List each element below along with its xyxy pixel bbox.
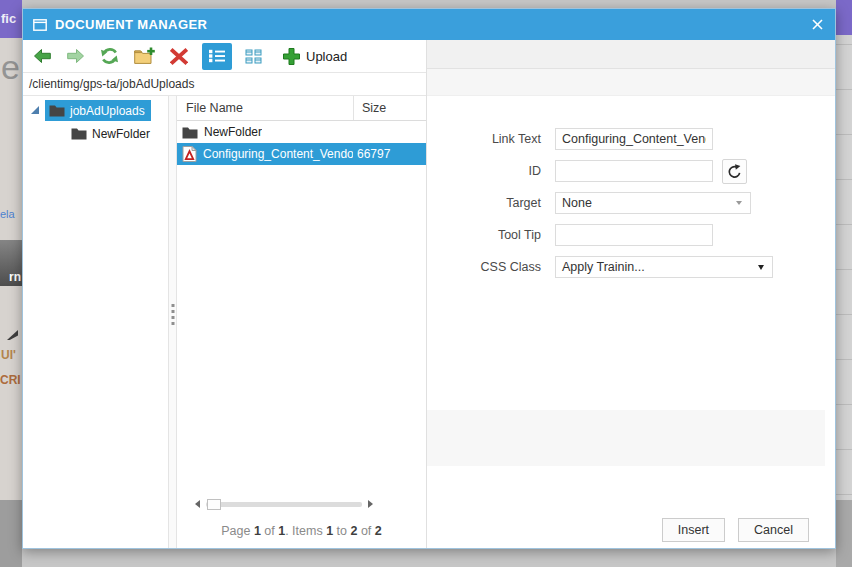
background-footer-fragment: [0, 500, 22, 567]
css-class-selected-value: Apply Trainin...: [562, 260, 645, 274]
link-text-input[interactable]: [555, 128, 713, 150]
css-class-label: CSS Class: [427, 260, 555, 274]
file-list-empty-area: [177, 165, 426, 496]
pager-status: Page 1 of 1. Items 1 to 2 of 2: [177, 518, 426, 548]
file-toolbar: Upload: [23, 40, 426, 73]
id-input[interactable]: [555, 160, 713, 182]
link-text-label: Link Text: [427, 132, 555, 146]
back-button[interactable]: [33, 48, 52, 64]
link-properties-form: Link Text ID Target N: [427, 128, 835, 288]
right-panel-band: [427, 69, 835, 96]
background-page-right: [836, 0, 852, 567]
delete-button[interactable]: [170, 48, 188, 65]
cancel-button[interactable]: Cancel: [738, 518, 809, 542]
window-icon: [33, 19, 47, 31]
scrollbar-thumb[interactable]: [207, 499, 221, 510]
forward-button[interactable]: [66, 48, 85, 64]
chevron-down-icon: [758, 265, 764, 270]
folder-tree: jobAdUploads NewFolder: [23, 96, 168, 548]
dialog-content: Upload /clientimg/gps-ta/jobAdUploads jo…: [23, 40, 835, 548]
splitter-handle-icon: [171, 304, 174, 325]
form-row: Link Text: [427, 128, 835, 150]
upload-label: Upload: [306, 49, 347, 64]
tree-item-jobaduploads[interactable]: jobAdUploads: [45, 100, 151, 121]
scrollbar-track[interactable]: [206, 502, 362, 507]
close-icon[interactable]: [810, 17, 825, 32]
tooltip-input[interactable]: [555, 224, 713, 246]
new-folder-button[interactable]: [134, 47, 156, 65]
document-manager-dialog: DOCUMENT MANAGER: [22, 8, 836, 549]
target-selected-value: None: [562, 196, 592, 210]
refresh-icon[interactable]: [99, 46, 120, 66]
chevron-down-icon: [736, 201, 742, 205]
form-row: ID: [427, 160, 835, 182]
form-row: Target None: [427, 192, 835, 214]
background-footer-fragment: [836, 500, 852, 567]
regenerate-id-button[interactable]: [722, 159, 747, 184]
right-panel-band: [427, 40, 835, 69]
file-row-newfolder[interactable]: NewFolder: [177, 121, 426, 143]
column-header-size[interactable]: Size: [353, 96, 426, 120]
dialog-title: DOCUMENT MANAGER: [55, 17, 207, 32]
tree-item-newfolder[interactable]: NewFolder: [67, 123, 156, 144]
file-name: NewFolder: [204, 125, 262, 139]
dialog-footer: Insert Cancel: [427, 518, 835, 542]
dialog-titlebar: DOCUMENT MANAGER: [23, 9, 835, 40]
insert-button[interactable]: Insert: [662, 518, 725, 542]
background-badge-fragment: rn: [0, 240, 22, 286]
file-size: 66797: [353, 147, 426, 161]
file-row-configuring-pdf[interactable]: Configuring_Content_Vendo 66797: [177, 143, 426, 165]
right-panel-lower-band: [427, 410, 825, 466]
background-page-left: fic e ela rn UI' CRI: [0, 0, 22, 567]
target-label: Target: [427, 196, 555, 210]
breadcrumb: /clientimg/gps-ta/jobAdUploads: [23, 73, 426, 96]
grid-view-button[interactable]: [238, 43, 268, 70]
background-text-fragment: UI': [1, 348, 16, 362]
horizontal-scrollbar: [195, 496, 373, 512]
file-list: File Name Size NewFolder: [177, 96, 426, 548]
link-properties-section: Link Text ID Target N: [427, 40, 835, 548]
upload-button[interactable]: Upload: [282, 47, 347, 65]
panel-splitter[interactable]: [168, 96, 177, 548]
folder-icon: [71, 127, 87, 140]
file-list-header: File Name Size: [177, 96, 426, 121]
tooltip-label: Tool Tip: [427, 228, 555, 242]
chevron-expanded-icon[interactable]: [31, 106, 39, 114]
browser-main: jobAdUploads NewFolder File: [23, 96, 426, 548]
background-text-fragment: CRI: [0, 373, 21, 387]
id-label: ID: [427, 164, 555, 178]
folder-icon: [49, 104, 65, 117]
background-page-bottom: [22, 549, 836, 567]
pdf-file-icon: [182, 146, 197, 162]
column-header-file-name[interactable]: File Name: [177, 101, 353, 115]
upload-plus-icon: [282, 47, 301, 65]
list-view-button[interactable]: [202, 43, 232, 70]
tree-item-label: jobAdUploads: [70, 104, 145, 118]
background-link-fragment: ela: [0, 208, 15, 220]
tree-item-label: NewFolder: [92, 127, 150, 141]
form-row: Tool Tip: [427, 224, 835, 246]
css-class-dropdown[interactable]: Apply Trainin...: [555, 256, 773, 278]
background-header-fragment: [836, 0, 852, 35]
file-name: Configuring_Content_Vendo: [203, 147, 353, 161]
form-row: CSS Class Apply Trainin...: [427, 256, 835, 278]
tree-row: NewFolder: [67, 123, 168, 144]
folder-icon: [182, 126, 198, 139]
tree-row: jobAdUploads: [23, 100, 168, 121]
rotate-icon: [727, 164, 742, 179]
background-header-fragment: fic: [0, 0, 22, 38]
background-text-fragment: e: [1, 48, 20, 87]
file-browser-section: Upload /clientimg/gps-ta/jobAdUploads jo…: [23, 40, 427, 548]
scroll-right-icon[interactable]: [368, 500, 373, 508]
scroll-left-icon[interactable]: [195, 500, 200, 508]
pencil-icon: [7, 330, 18, 340]
target-dropdown[interactable]: None: [555, 192, 751, 214]
